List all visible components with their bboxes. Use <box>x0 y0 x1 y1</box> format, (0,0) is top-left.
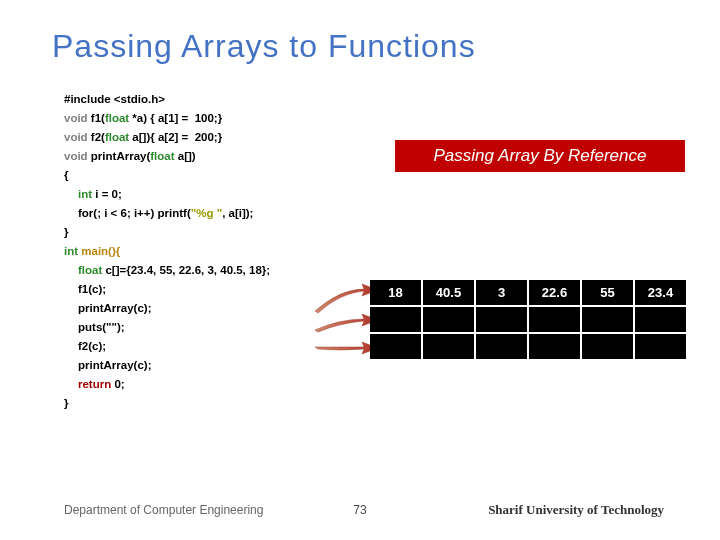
table-cell <box>582 307 633 332</box>
table-row: 18 40.5 3 22.6 55 23.4 <box>370 280 686 305</box>
code-line: int i = 0; <box>64 185 270 204</box>
table-cell: 22.6 <box>529 280 580 305</box>
code-line: { <box>64 166 270 185</box>
table-cell <box>635 307 686 332</box>
code-line: printArray(c); <box>64 356 270 375</box>
array-table: 18 40.5 3 22.6 55 23.4 <box>370 280 686 361</box>
code-line: } <box>64 223 270 242</box>
code-line: printArray(c); <box>64 299 270 318</box>
table-cell: 23.4 <box>635 280 686 305</box>
footer-university: Sharif University of Technology <box>488 502 664 518</box>
code-line: for(; i < 6; i++) printf("%g ", a[i]); <box>64 204 270 223</box>
code-line: #include <stdio.h> <box>64 90 270 109</box>
table-cell <box>423 307 474 332</box>
table-row <box>370 334 686 359</box>
table-cell <box>582 334 633 359</box>
table-cell: 40.5 <box>423 280 474 305</box>
table-cell <box>476 307 527 332</box>
code-line: puts(""); <box>64 318 270 337</box>
code-line: int main(){ <box>64 242 270 261</box>
table-cell <box>529 307 580 332</box>
table-cell: 18 <box>370 280 421 305</box>
code-line: float c[]={23.4, 55, 22.6, 3, 40.5, 18}; <box>64 261 270 280</box>
footer: Department of Computer Engineering 73 Sh… <box>0 502 720 518</box>
table-cell <box>423 334 474 359</box>
table-cell <box>529 334 580 359</box>
code-block: #include <stdio.h> void f1(float *a) { a… <box>64 90 270 412</box>
table-row <box>370 307 686 332</box>
table-cell <box>635 334 686 359</box>
code-line: void f2(float a[]){ a[2] = 200;} <box>64 128 270 147</box>
code-line: return 0; <box>64 375 270 394</box>
callout-badge: Passing Array By Reference <box>395 140 685 172</box>
code-line: void f1(float *a) { a[1] = 100;} <box>64 109 270 128</box>
table-cell <box>370 307 421 332</box>
page-title: Passing Arrays to Functions <box>52 28 476 65</box>
code-line: f2(c); <box>64 337 270 356</box>
table-cell: 55 <box>582 280 633 305</box>
code-line: void printArray(float a[]) <box>64 147 270 166</box>
table-cell <box>370 334 421 359</box>
page-number: 73 <box>353 503 366 517</box>
footer-department: Department of Computer Engineering <box>64 503 263 517</box>
table-cell <box>476 334 527 359</box>
code-line: f1(c); <box>64 280 270 299</box>
table-cell: 3 <box>476 280 527 305</box>
code-line: } <box>64 394 270 413</box>
